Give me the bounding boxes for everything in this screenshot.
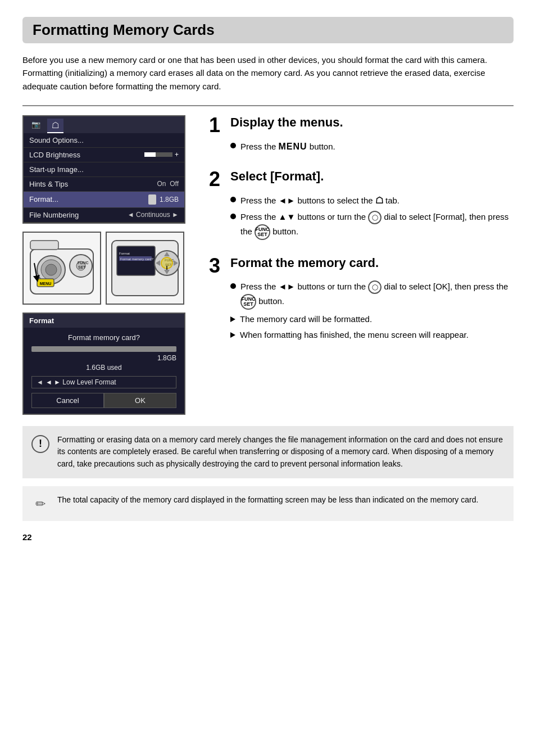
- svg-text:Format memory card?: Format memory card?: [120, 257, 154, 261]
- camera-diagram-funcset: FUNC SET Format Format memory card?: [106, 232, 184, 305]
- sd-icon: [148, 194, 156, 205]
- menu-item-hints: Hints & Tips On Off: [24, 177, 184, 192]
- step-1: 1 Display the menus. Press the MENU butt…: [209, 115, 514, 153]
- dial-icon-2: ◯: [368, 280, 381, 294]
- pencil-icon: ✏: [31, 495, 49, 513]
- info-text: The total capacity of the memory card di…: [57, 494, 478, 506]
- step-3-number: 3: [209, 256, 225, 276]
- func-set-icon-2: FUNCSET: [240, 294, 256, 310]
- svg-text:FUNC: FUNC: [78, 261, 88, 265]
- page-number: 22: [22, 532, 514, 542]
- settings-icon: ☖: [52, 120, 59, 130]
- format-ok-btn[interactable]: OK: [104, 393, 176, 408]
- camera-diagram-menu: MENU FUNC SET: [22, 232, 101, 305]
- format-question: Format memory card?: [31, 333, 176, 342]
- svg-text:MENU: MENU: [40, 282, 52, 286]
- dial-icon: ◯: [368, 211, 381, 224]
- format-size: 1.8GB: [31, 354, 176, 362]
- svg-point-3: [46, 264, 57, 275]
- low-level-arrow: ◄: [37, 378, 43, 386]
- func-set-icon: FUNCSET: [255, 224, 270, 240]
- step-1-number: 1: [209, 115, 225, 135]
- step-3-arrow-1: The memory card will be formatted.: [230, 313, 514, 326]
- step-3-title: Format the memory card.: [230, 256, 379, 270]
- camera-icon: 📷: [31, 120, 40, 129]
- camera-diagram-menu-svg: MENU FUNC SET: [26, 235, 98, 301]
- step-3-bullet-1: Press the ◄► buttons or turn the ◯ dial …: [230, 280, 514, 310]
- format-cancel-btn[interactable]: Cancel: [31, 393, 104, 408]
- page-title: Formatting Memory Cards: [22, 17, 514, 43]
- svg-rect-4: [30, 241, 58, 250]
- menu-item-lcd: LCD Brightness +: [24, 148, 184, 162]
- format-low-level: ◄ ◄ ► Low Level Format: [31, 376, 176, 388]
- step-2-bullet-2: Press the ▲▼ buttons or turn the ◯ dial …: [230, 211, 514, 240]
- format-dialog: Format Format memory card? 1.8GB 1.6GB u…: [22, 313, 185, 415]
- step-1-title: Display the menus.: [230, 115, 343, 129]
- step-2: 2 Select [Format]. Press the ◄► buttons …: [209, 169, 514, 240]
- svg-text:Format: Format: [119, 252, 130, 255]
- menu-item-filenumbering: File Numbering ◄ Continuous ►: [24, 208, 184, 223]
- menu-item-sound: Sound Options...: [24, 133, 184, 148]
- intro-text: Before you use a new memory card or one …: [22, 53, 514, 93]
- step-3-arrow-2: When formatting has finished, the menu s…: [230, 329, 514, 342]
- step-2-title: Select [Format].: [230, 169, 324, 183]
- menu-tab-camera: 📷: [27, 119, 45, 133]
- menu-item-startup: Start-up Image...: [24, 162, 184, 177]
- step-2-number: 2: [209, 169, 225, 189]
- warning-text: Formatting or erasing data on a memory c…: [57, 434, 505, 470]
- menu-tab-settings: ☖: [47, 119, 63, 133]
- step-3: 3 Format the memory card. Press the ◄► b…: [209, 256, 514, 342]
- warning-note: ! Formatting or erasing data on a memory…: [22, 426, 514, 478]
- step-1-bullet-1: Press the MENU button.: [230, 140, 514, 153]
- format-dialog-title: Format: [24, 314, 184, 328]
- step-2-bullet-1: Press the ◄► buttons to select the ☖ tab…: [230, 194, 514, 207]
- svg-text:SET: SET: [78, 265, 86, 269]
- info-note: ✏ The total capacity of the memory card …: [22, 486, 514, 521]
- warning-icon: !: [31, 435, 49, 453]
- format-used: 1.6GB used: [31, 364, 176, 372]
- menu-screenshot: 📷 ☖ Sound Options... LCD Brightness +: [22, 115, 185, 224]
- menu-item-format: Format... 1.8GB: [24, 192, 184, 208]
- camera-diagram-funcset-svg: FUNC SET Format Format memory card?: [109, 235, 181, 301]
